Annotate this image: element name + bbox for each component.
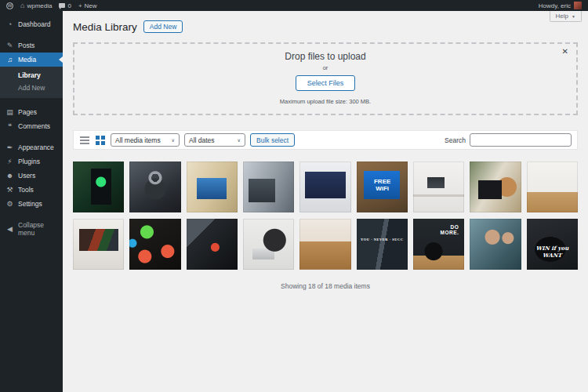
appearance-icon: ✒ bbox=[5, 144, 14, 151]
media-grid: FREE WiFiYOU · NEVER · SUCCDO MORE.WIN i… bbox=[73, 162, 578, 270]
upload-dropzone[interactable]: ✕ Drop files to upload or Select Files M… bbox=[73, 42, 578, 115]
add-new-button[interactable]: Add New bbox=[143, 20, 183, 33]
media-item-free-wifi-sign[interactable]: FREE WiFi bbox=[357, 162, 408, 212]
sidebar-item-media[interactable]: ♫Media bbox=[0, 53, 63, 67]
sidebar-item-plugins[interactable]: ⚡Plugins bbox=[0, 154, 63, 169]
media-item-label: YOU · NEVER · SUCC bbox=[359, 238, 405, 241]
select-files-button[interactable]: Select Files bbox=[296, 75, 356, 91]
sidebar-item-label: Tools bbox=[18, 186, 34, 194]
media-type-filter-value: All media items bbox=[115, 136, 161, 144]
media-item-corgi-laptop[interactable] bbox=[470, 162, 521, 212]
wordpress-logo-icon: W bbox=[6, 2, 13, 9]
sidebar-subitem-add-new[interactable]: Add New bbox=[0, 82, 63, 94]
media-filter-bar: All media items ∨ All dates ∨ Bulk selec… bbox=[73, 130, 578, 150]
view-grid-button[interactable] bbox=[95, 135, 106, 146]
media-item-tablet-desk[interactable] bbox=[187, 162, 238, 212]
sidebar-item-label: Posts bbox=[18, 42, 34, 49]
media-item-padlock-fence[interactable] bbox=[129, 162, 180, 212]
sidebar-item-appearance[interactable]: ✒Appearance bbox=[0, 140, 63, 154]
help-tab[interactable]: Help ▼ bbox=[550, 11, 582, 22]
date-filter-value: All dates bbox=[189, 136, 215, 144]
sidebar-item-dashboard[interactable]: ◔Dashboard bbox=[0, 17, 63, 31]
media-item-win-mug[interactable]: WIN if you WANT bbox=[527, 219, 578, 270]
sidebar-item-label: Comments bbox=[18, 122, 50, 130]
media-item-imac-screen[interactable] bbox=[299, 162, 350, 212]
max-upload-note: Maximum upload file size: 300 MB. bbox=[74, 98, 576, 105]
sidebar-item-label: Plugins bbox=[18, 158, 40, 165]
sidebar-menu: ◔Dashboard✎Posts♫MediaLibraryAdd New▤Pag… bbox=[0, 11, 63, 392]
wordpress-logo-menu[interactable]: W bbox=[6, 2, 13, 9]
user-avatar[interactable] bbox=[574, 2, 582, 9]
media-count-status: Showing 18 of 18 media items bbox=[73, 282, 578, 290]
new-label: New bbox=[85, 2, 97, 9]
media-item-window-lettering[interactable]: YOU · NEVER · SUCC bbox=[357, 219, 408, 270]
sidebar-subitem-library[interactable]: Library bbox=[0, 69, 63, 82]
media-item-tablet-laptop[interactable] bbox=[243, 162, 294, 212]
media-type-filter-select[interactable]: All media items ∨ bbox=[111, 133, 180, 147]
comments-counter[interactable]: 0 bbox=[59, 2, 71, 9]
date-filter-select[interactable]: All dates ∨ bbox=[184, 133, 245, 147]
sidebar-item-label: Pages bbox=[18, 108, 37, 116]
grid-view-icon bbox=[96, 136, 105, 145]
comments-icon: ❝ bbox=[5, 123, 14, 130]
new-content-menu[interactable]: + New bbox=[78, 2, 97, 9]
sidebar-item-settings[interactable]: ⚙Settings bbox=[0, 197, 63, 211]
sidebar-item-label: Dashboard bbox=[18, 20, 51, 28]
list-view-icon bbox=[80, 136, 89, 145]
sidebar-item-label: Appearance bbox=[18, 143, 54, 151]
sidebar-item-pages[interactable]: ▤Pages bbox=[0, 105, 63, 119]
media-item-camera-record[interactable] bbox=[187, 219, 238, 270]
comments-count: 0 bbox=[67, 2, 71, 9]
collapse-icon: ◀ bbox=[5, 226, 14, 233]
comment-bubble-icon bbox=[59, 3, 65, 8]
pages-icon: ▤ bbox=[5, 109, 14, 116]
media-item-white-desk[interactable] bbox=[413, 162, 464, 212]
media-item-home-office[interactable] bbox=[527, 162, 578, 212]
media-item-label: FREE WiFi bbox=[369, 178, 396, 192]
sidebar-item-posts[interactable]: ✎Posts bbox=[0, 38, 63, 53]
plugins-icon: ⚡ bbox=[5, 158, 14, 165]
sidebar-item-label: Collapse menu bbox=[18, 221, 57, 237]
settings-icon: ⚙ bbox=[5, 201, 14, 208]
sidebar-item-comments[interactable]: ❝Comments bbox=[0, 119, 63, 133]
sidebar-item-label: Media bbox=[18, 56, 36, 64]
media-item-cafe-bench[interactable] bbox=[299, 219, 350, 270]
users-icon: ☻ bbox=[5, 172, 14, 180]
main-content: Help ▼ Media Library Add New ✕ Drop file… bbox=[63, 11, 588, 392]
search-input[interactable] bbox=[470, 133, 572, 147]
posts-icon: ✎ bbox=[5, 42, 14, 49]
chevron-down-icon: ∨ bbox=[172, 137, 175, 143]
help-label: Help bbox=[556, 13, 568, 20]
howdy-account-link[interactable]: Howdy, eric bbox=[539, 2, 571, 9]
media-item-label: DO MORE. bbox=[438, 224, 459, 235]
admin-bar: W ⌂ wpmedia 0 + New Howdy, eric bbox=[0, 0, 588, 11]
site-name-label: wpmedia bbox=[27, 2, 52, 9]
sidebar-item-label: Users bbox=[18, 172, 35, 180]
close-icon[interactable]: ✕ bbox=[562, 48, 568, 56]
media-item-do-more-poster[interactable]: DO MORE. bbox=[413, 219, 464, 270]
sidebar-item-label: Settings bbox=[18, 200, 42, 208]
search-label: Search bbox=[445, 136, 466, 144]
home-icon: ⌂ bbox=[20, 2, 24, 9]
page-title: Media Library bbox=[73, 21, 137, 33]
media-item-label: WIN if you WANT bbox=[527, 245, 578, 259]
sidebar-item-users[interactable]: ☻Users bbox=[0, 169, 63, 183]
dropzone-divider: or bbox=[74, 64, 576, 71]
dropzone-title: Drop files to upload bbox=[74, 51, 576, 62]
media-item-control-deck-buttons[interactable] bbox=[129, 219, 180, 270]
media-submenu: LibraryAdd New bbox=[0, 67, 63, 98]
media-icon: ♫ bbox=[5, 56, 14, 64]
tools-icon: ⚒ bbox=[5, 187, 14, 194]
chevron-down-icon: ∨ bbox=[238, 137, 241, 143]
chevron-down-icon: ▼ bbox=[572, 14, 575, 19]
view-list-button[interactable] bbox=[79, 135, 90, 146]
site-name-link[interactable]: ⌂ wpmedia bbox=[20, 2, 52, 9]
media-item-man-on-phone[interactable] bbox=[470, 219, 521, 270]
media-item-phone-security[interactable] bbox=[73, 162, 124, 212]
sidebar-item-collapse[interactable]: ◀Collapse menu bbox=[0, 218, 63, 240]
media-item-gaming-monitor[interactable] bbox=[73, 219, 124, 270]
bulk-select-button[interactable]: Bulk select bbox=[250, 133, 295, 147]
plus-icon: + bbox=[78, 2, 82, 9]
media-item-man-laptop[interactable] bbox=[243, 219, 294, 270]
sidebar-item-tools[interactable]: ⚒Tools bbox=[0, 183, 63, 197]
